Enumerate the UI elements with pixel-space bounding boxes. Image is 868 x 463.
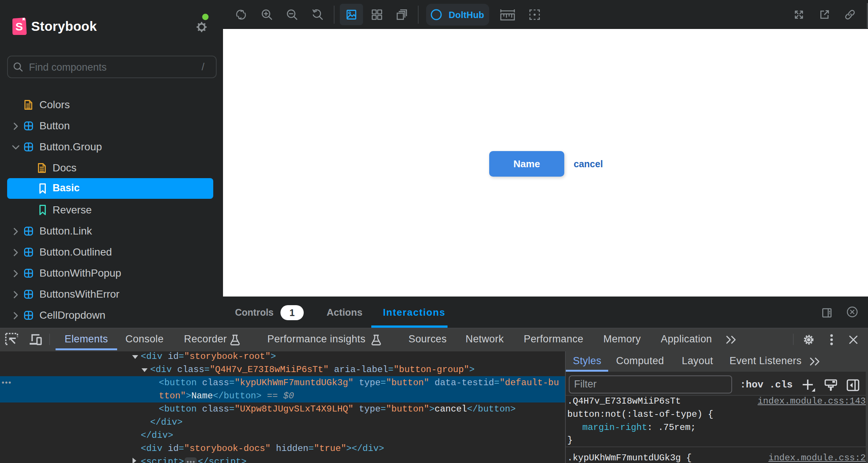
- svg-text:S: S: [15, 20, 23, 33]
